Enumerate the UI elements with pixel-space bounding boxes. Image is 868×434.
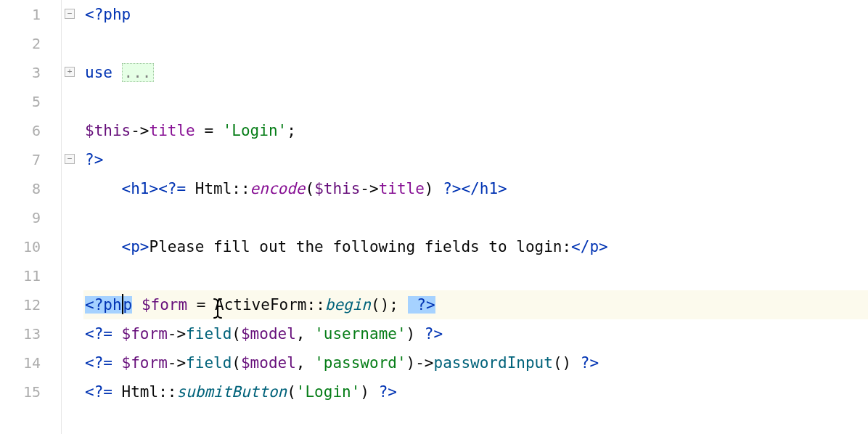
token-arrow: ->	[131, 122, 149, 139]
token-text: Please fill out the following fields to …	[150, 238, 572, 255]
token-php-open: <?=	[158, 180, 195, 197]
line-number[interactable]: 10	[0, 232, 61, 261]
token-method: field	[186, 354, 232, 372]
token-php-close: ?>	[581, 354, 599, 372]
code-line[interactable]: <?= $form->field($model, 'password')->pa…	[83, 348, 868, 377]
line-number[interactable]: 11	[0, 261, 61, 290]
selection: p	[123, 296, 133, 314]
token-punct: (	[305, 180, 314, 197]
line-number[interactable]: 7	[0, 145, 61, 174]
text-caret	[122, 294, 123, 314]
code-line-active[interactable]: <?php $form = ActiveForm::begin(); ?>	[83, 290, 868, 319]
token-punct: )	[425, 180, 443, 197]
code-area[interactable]: <?php use ... $this->title = 'Login'; ?>…	[83, 0, 868, 434]
code-line[interactable]: <p>Please fill out the following fields …	[83, 232, 868, 261]
line-number[interactable]: 15	[0, 377, 61, 406]
token-keyword: use	[85, 64, 122, 81]
code-line[interactable]: $this->title = 'Login';	[83, 116, 868, 145]
selection: <?ph	[85, 296, 122, 314]
token-variable: $form	[122, 354, 168, 372]
selection: ?>	[417, 296, 435, 314]
line-number[interactable]: 1	[0, 0, 61, 29]
token-punct: ,	[296, 354, 314, 372]
token-html-tag: <h1>	[122, 180, 159, 197]
token-php-open: <?=	[85, 383, 122, 401]
token-variable: $form	[142, 296, 187, 314]
token-punct: )	[406, 354, 416, 372]
token-punct: ()	[553, 354, 581, 372]
code-line[interactable]: <?php	[83, 0, 868, 29]
token-punct: )	[406, 325, 425, 343]
code-line[interactable]: <?= $form->field($model, 'username') ?>	[83, 319, 868, 348]
line-gutter[interactable]: 1 2 3 5 6 7 8 9 10 11 12 13 14 15	[0, 0, 62, 434]
token-class: Html	[195, 180, 232, 197]
token-string: 'Login'	[296, 383, 361, 401]
line-number[interactable]: 14	[0, 348, 61, 377]
fold-collapse-icon[interactable]: −	[65, 154, 75, 164]
code-line[interactable]	[83, 87, 868, 116]
token-variable: $model	[241, 354, 296, 372]
token-string: 'Login'	[223, 122, 287, 139]
line-number[interactable]: 8	[0, 174, 61, 203]
line-number[interactable]: 5	[0, 87, 61, 116]
token-property: title	[150, 122, 195, 139]
selection	[408, 296, 417, 314]
token-variable: $this	[314, 180, 360, 197]
token-punct: ();	[371, 296, 408, 314]
line-number[interactable]: 12	[0, 290, 61, 319]
token-method: field	[186, 325, 232, 343]
token-method: passwordInput	[434, 354, 553, 372]
token-punct: ::	[232, 180, 250, 197]
token-static-method: encode	[250, 180, 306, 197]
code-line[interactable]	[83, 29, 868, 58]
token-property: title	[379, 180, 425, 197]
token-space	[132, 296, 142, 314]
token-operator: =	[187, 296, 215, 314]
line-number[interactable]: 3	[0, 58, 61, 87]
token-php-close: ?>	[425, 325, 443, 343]
code-editor: 1 2 3 5 6 7 8 9 10 11 12 13 14 15 − + − …	[0, 0, 868, 434]
indent	[85, 238, 122, 255]
token-php-open: <?php	[85, 6, 131, 23]
code-line[interactable]: <?= Html::submitButton('Login') ?>	[83, 377, 868, 406]
line-number[interactable]: 2	[0, 29, 61, 58]
token-static-method: submitButton	[176, 383, 287, 401]
token-punct: )	[360, 383, 378, 401]
token-punct: (	[232, 325, 241, 343]
token-punct: (	[287, 383, 296, 401]
fold-gutter[interactable]: − + −	[62, 0, 83, 434]
indent	[85, 180, 122, 197]
token-variable: $form	[122, 325, 168, 343]
token-variable: $this	[85, 122, 131, 139]
line-number[interactable]: 9	[0, 203, 61, 232]
token-html-tag: </h1>	[461, 180, 507, 197]
token-static-method: begin	[325, 296, 371, 314]
line-number[interactable]: 6	[0, 116, 61, 145]
code-line[interactable]: use ...	[83, 58, 868, 87]
token-class: ActiveForm	[215, 296, 306, 314]
token-punct: ,	[296, 325, 314, 343]
token-php-close: ?>	[443, 180, 461, 197]
token-arrow: ->	[415, 354, 433, 372]
token-php-close: ?>	[85, 151, 103, 168]
code-line[interactable]: <h1><?= Html::encode($this->title) ?></h…	[83, 174, 868, 203]
token-punct: ::	[158, 383, 176, 401]
token-class: Html	[122, 383, 159, 401]
token-php-open: <?=	[85, 354, 122, 372]
token-punct: ::	[306, 296, 324, 314]
token-php-open: <?=	[85, 325, 122, 343]
code-line[interactable]	[83, 203, 868, 232]
code-line[interactable]	[83, 261, 868, 290]
line-number[interactable]: 13	[0, 319, 61, 348]
token-html-tag: <p>	[122, 238, 150, 255]
token-punct: (	[232, 354, 241, 372]
token-php-close: ?>	[379, 383, 397, 401]
token-arrow: ->	[168, 325, 186, 343]
code-line[interactable]: ?>	[83, 145, 868, 174]
token-html-tag: </p>	[571, 238, 608, 255]
fold-expand-icon[interactable]: +	[65, 67, 75, 77]
fold-collapse-icon[interactable]: −	[65, 9, 75, 19]
token-arrow: ->	[168, 354, 186, 372]
folded-region[interactable]: ...	[122, 63, 154, 82]
token-operator: =	[195, 122, 223, 139]
